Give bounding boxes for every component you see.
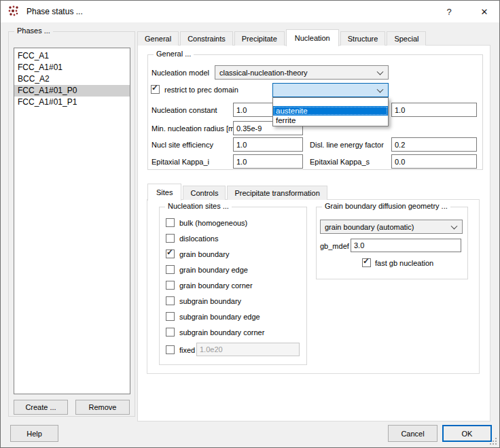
dropdown-option-ferrite[interactable]: ferrite xyxy=(273,116,388,125)
grain-boundary-corner-label: grain boundary corner xyxy=(179,281,253,290)
checkmark-icon: ✓ xyxy=(363,257,370,266)
list-item-selected[interactable]: FCC_A1#01_P0 xyxy=(14,85,130,97)
list-item[interactable]: FCC_A1#01 xyxy=(14,62,130,73)
nucl-site-efficiency-input[interactable] xyxy=(233,137,303,152)
restrict-prec-domain-checkbox[interactable]: ✓ xyxy=(151,85,160,94)
tab-structure[interactable]: Structure xyxy=(340,31,386,46)
tab-controls[interactable]: Controls xyxy=(183,186,226,200)
nucleation-constant-right-input[interactable] xyxy=(391,103,477,117)
min-nucleation-radius-label: Min. nucleation radius [m] xyxy=(151,124,236,133)
fixed-checkbox[interactable] xyxy=(166,345,175,354)
general-legend: General ... xyxy=(154,50,194,58)
chevron-down-icon xyxy=(451,222,458,229)
nucl-site-efficiency-label: Nucl site efficiency xyxy=(151,141,213,149)
nucleation-model-value: classical-nucleation-theory xyxy=(219,69,308,77)
subgrain-boundary-corner-label: subgrain boundary corner xyxy=(179,328,264,337)
dislocations-checkbox[interactable] xyxy=(166,234,175,243)
tab-constraints[interactable]: Constraints xyxy=(180,31,233,46)
phases-listbox[interactable]: FCC_A1 FCC_A1#01 BCC_A2 FCC_A1#01_P0 FCC… xyxy=(14,48,130,394)
checkmark-icon: ✓ xyxy=(166,248,173,257)
resize-grip[interactable] xyxy=(489,437,497,445)
epitaxial-kappa-s-label: Epitaxial Kappa_s xyxy=(310,158,370,166)
disl-line-energy-factor-input[interactable] xyxy=(391,137,477,152)
grain-boundary-checkbox[interactable]: ✓ xyxy=(166,249,175,258)
tab-special[interactable]: Special xyxy=(387,31,426,46)
ok-button[interactable]: OK xyxy=(442,425,492,442)
gb-geometry-combobox[interactable]: grain boundary (automatic) xyxy=(320,220,463,234)
gb-mdef-label: gb_mdef xyxy=(320,242,349,250)
gb-geometry-value: grain boundary (automatic) xyxy=(325,223,414,231)
disl-line-energy-factor-label: Disl. line energy factor xyxy=(310,141,384,149)
chevron-down-icon xyxy=(377,68,384,75)
epitaxial-kappa-i-label: Epitaxial Kappa_i xyxy=(151,158,209,166)
window-title: Phase status ... xyxy=(26,7,83,16)
nucleation-model-combobox[interactable]: classical-nucleation-theory xyxy=(215,65,389,80)
help-button[interactable]: Help xyxy=(10,425,58,442)
gb-diffusion-geometry-legend: Grain boundary diffusion geometry ... xyxy=(322,202,450,210)
tab-general[interactable]: General xyxy=(137,31,179,46)
nucleation-sites-legend: Nucleation sites ... xyxy=(165,202,232,210)
restrict-prec-domain-label: restrict to prec domain xyxy=(164,86,238,94)
grain-boundary-edge-label: grain boundary edge xyxy=(179,266,248,274)
cancel-button[interactable]: Cancel xyxy=(388,425,438,442)
checkmark-icon: ✓ xyxy=(151,84,158,92)
sites-tabbar: Sites Controls Precipitate transformatio… xyxy=(147,183,329,200)
app-icon xyxy=(7,5,21,18)
tab-nucleation[interactable]: Nucleation xyxy=(286,29,339,46)
subgrain-boundary-edge-checkbox[interactable] xyxy=(166,312,175,321)
list-item[interactable]: FCC_A1#01_P1 xyxy=(14,97,130,108)
grain-boundary-corner-checkbox[interactable] xyxy=(166,281,175,290)
prec-domain-combobox[interactable] xyxy=(272,83,389,97)
subgrain-boundary-corner-checkbox[interactable] xyxy=(166,328,175,337)
tab-precipitate-transformation[interactable]: Precipitate transformation xyxy=(227,186,327,200)
dropdown-option-blank[interactable] xyxy=(273,98,388,106)
bulk-label: bulk (homogeneous) xyxy=(179,219,247,227)
titlebar: Phase status ... ? ✕ xyxy=(1,1,499,22)
prec-domain-dropdown-list: austenite ferrite xyxy=(272,97,389,126)
dropdown-option-austenite[interactable]: austenite xyxy=(273,106,388,116)
grain-boundary-edge-checkbox[interactable] xyxy=(166,265,175,274)
subgrain-boundary-label: subgrain boundary xyxy=(179,297,241,305)
create-button[interactable]: Create ... xyxy=(14,400,68,415)
subgrain-boundary-edge-label: subgrain boundary edge xyxy=(179,313,260,321)
close-icon[interactable]: ✕ xyxy=(471,1,498,22)
fixed-sites-input[interactable] xyxy=(196,343,300,356)
fast-gb-nucleation-label: fast gb nucleation xyxy=(375,259,433,267)
phase-status-dialog: Phase status ... ? ✕ Phases ... FCC_A1 F… xyxy=(0,0,500,448)
subgrain-boundary-checkbox[interactable] xyxy=(166,296,175,305)
dislocations-label: dislocations xyxy=(179,235,218,243)
list-item[interactable]: FCC_A1 xyxy=(14,50,130,62)
bulk-checkbox[interactable] xyxy=(166,218,175,227)
remove-button[interactable]: Remove xyxy=(75,400,130,415)
grain-boundary-label: grain boundary xyxy=(179,250,229,258)
nucleation-constant-label: Nucleation constant xyxy=(151,106,217,114)
epitaxial-kappa-i-input[interactable] xyxy=(233,154,303,169)
epitaxial-kappa-s-input[interactable] xyxy=(391,154,477,169)
tab-precipitate[interactable]: Precipitate xyxy=(234,31,285,46)
phases-legend: Phases ... xyxy=(14,27,53,35)
fast-gb-nucleation-checkbox[interactable]: ✓ xyxy=(362,258,371,267)
gb-mdef-input[interactable] xyxy=(351,239,461,252)
main-tabbar: General Constraints Precipitate Nucleati… xyxy=(137,29,427,46)
chevron-down-icon xyxy=(377,86,384,92)
fixed-label: fixed xyxy=(179,346,195,354)
nucleation-model-label: Nucleation model xyxy=(151,69,209,77)
tab-sites[interactable]: Sites xyxy=(147,184,181,201)
list-item[interactable]: BCC_A2 xyxy=(14,73,130,85)
help-titlebar-button[interactable]: ? xyxy=(435,1,463,22)
